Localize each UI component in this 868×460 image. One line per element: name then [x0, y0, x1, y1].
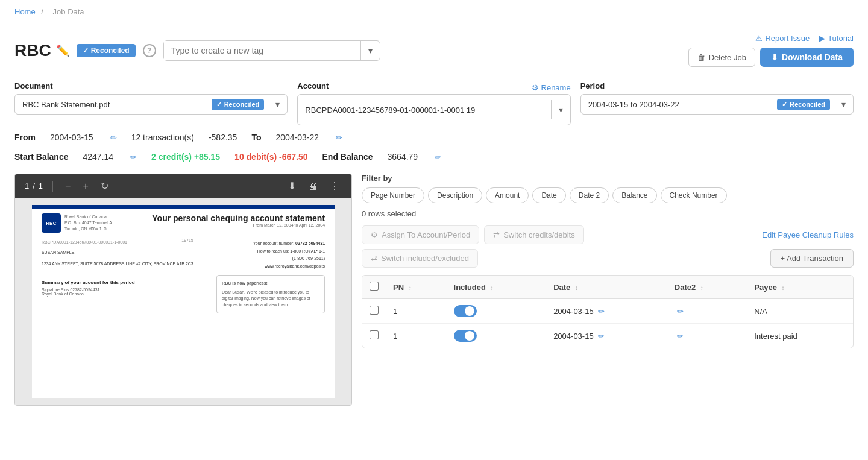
account-select: RBCPDA0001-123456789-01-000001-1-0001 19… — [297, 94, 570, 125]
to-label: To — [251, 133, 261, 142]
from-edit-icon[interactable]: ✏ — [110, 133, 117, 142]
period-label: Period — [580, 81, 854, 90]
gear-action-icon: ⚙ — [371, 230, 378, 239]
edit-payee-link[interactable]: Edit Payee Cleanup Rules — [762, 230, 854, 239]
tutorial-button[interactable]: ▶ Tutorial — [819, 34, 854, 43]
main-content: 1 / 1 − + ↻ ⬇ 🖨 ⋮ RBC Royal Bank of Cana… — [0, 174, 868, 406]
rename-button[interactable]: ⚙ Rename — [532, 83, 571, 92]
pdf-rotate-button[interactable]: ↻ — [98, 179, 111, 193]
pdf-zoom-out-button[interactable]: − — [63, 180, 73, 193]
to-value: 2004-03-22 — [275, 133, 319, 142]
pdf-account-details: Your account number: 02782-5094431 How t… — [253, 240, 325, 270]
download-data-button[interactable]: ⬇ Download Data — [760, 48, 854, 67]
pdf-paperless-box: RBC is now paperless! Dear Susan, We're … — [216, 275, 325, 313]
pdf-ref-number: 19715 — [181, 238, 193, 242]
filter-section: Filter by Page Number Description Amount… — [362, 174, 854, 218]
row1-date2-edit-icon[interactable]: ✏ — [677, 307, 684, 316]
breadcrumb: Home / Job Data — [0, 0, 868, 24]
tag-input[interactable] — [164, 41, 360, 60]
row2-date-edit-icon[interactable]: ✏ — [598, 332, 605, 341]
pdf-page-separator: / — [33, 181, 35, 191]
filter-chip-balance[interactable]: Balance — [612, 187, 656, 203]
tag-dropdown-button[interactable]: ▾ — [360, 41, 380, 60]
row2-toggle[interactable] — [454, 330, 477, 342]
checkmark-icon: ✓ — [83, 46, 89, 55]
start-balance-edit-icon[interactable]: ✏ — [130, 153, 137, 162]
pdf-zoom-in-button[interactable]: + — [80, 180, 90, 193]
pdf-customer-info: RBCPDA0001-123456789-01-000001-1-0001 19… — [42, 240, 193, 267]
end-balance-edit-icon[interactable]: ✏ — [435, 153, 441, 162]
transactions-table-wrapper: PN ↕ Included ↕ Date ↕ Date2 ↕ Payee ↕ 1 — [362, 275, 854, 348]
credits-value: 2 credit(s) +85.15 — [151, 152, 220, 162]
assign-account-button[interactable]: ⚙ Assign To Account/Period — [362, 225, 479, 244]
trash-icon: 🗑 — [697, 53, 705, 62]
switch-credits-button[interactable]: ⇄ Switch credits/debits — [484, 225, 584, 244]
row2-payee: Interest paid — [747, 324, 853, 348]
document-dropdown-button[interactable]: ▾ — [268, 95, 287, 114]
pdf-title: Your personal chequing account statement — [152, 213, 325, 223]
filter-chip-date[interactable]: Date — [532, 187, 565, 203]
account-dropdown-button[interactable]: ▾ — [551, 100, 570, 119]
pdf-more-button[interactable]: ⋮ — [327, 179, 342, 193]
row2-pn: 1 — [386, 324, 447, 348]
pdf-download-button[interactable]: ⬇ — [286, 179, 298, 193]
title-edit-icon[interactable]: ✏️ — [56, 44, 69, 57]
pdf-title-area: Your personal chequing account statement… — [152, 213, 325, 227]
gear-icon: ⚙ — [532, 83, 539, 92]
help-icon[interactable]: ? — [143, 44, 156, 57]
pdf-account-number-label: Your account number: 02782-5094431 — [253, 240, 325, 248]
row1-toggle[interactable] — [454, 305, 477, 317]
row1-date: 2004-03-15 ✏ — [546, 299, 667, 324]
filter-chip-date2[interactable]: Date 2 — [570, 187, 609, 203]
pdf-acct-ref-top: RBCPDA0001-123456789-01-000001-1-0001 — [42, 240, 193, 244]
row2-date2-edit-icon[interactable]: ✏ — [677, 332, 684, 341]
pdf-logo: RBC Royal Bank of Canada P.O. Box 4047 T… — [42, 213, 112, 233]
table-header-row: PN ↕ Included ↕ Date ↕ Date2 ↕ Payee ↕ — [362, 276, 853, 299]
document-label: Document — [14, 81, 288, 90]
account-label: Account — [297, 81, 329, 90]
row1-date-edit-icon[interactable]: ✏ — [598, 307, 605, 316]
pdf-middle: RBCPDA0001-123456789-01-000001-1-0001 19… — [42, 240, 325, 270]
add-transaction-button[interactable]: + Add Transaction — [770, 249, 854, 268]
pdf-summary-bank: Royal Bank of Canada — [42, 292, 135, 296]
account-col: Account ⚙ Rename RBCPDA0001-123456789-01… — [297, 81, 570, 125]
to-edit-icon[interactable]: ✏ — [336, 133, 342, 142]
filter-chip-check-number[interactable]: Check Number — [661, 187, 727, 203]
from-value: 2004-03-15 — [50, 133, 93, 142]
pdf-page-current: 1 — [25, 181, 29, 191]
header-right: ⚠ Report Issue ▶ Tutorial 🗑 Delete Job ⬇… — [688, 34, 854, 67]
transactions-value: 12 transaction(s) — [131, 133, 194, 142]
row2-checkbox-cell — [362, 324, 386, 348]
row2-date2: ✏ — [667, 324, 747, 348]
stats-row-1: From 2004-03-15 ✏ 12 transaction(s) -582… — [14, 130, 854, 145]
delete-job-button[interactable]: 🗑 Delete Job — [688, 48, 755, 67]
row1-included — [447, 299, 547, 324]
report-issue-button[interactable]: ⚠ Report Issue — [755, 34, 810, 43]
period-dropdown-button[interactable]: ▾ — [834, 95, 853, 114]
select-all-checkbox[interactable] — [370, 282, 379, 291]
breadcrumb-home[interactable]: Home — [14, 7, 36, 16]
table-row: 1 2004-03-15 ✏ ✏ — [362, 324, 853, 348]
start-balance-value: 4247.14 — [83, 152, 113, 162]
page-header: RBC ✏️ ✓ Reconciled ? ▾ ⚠ Report Issue ▶… — [0, 24, 868, 74]
action-row-2: ⇄ Switch included/excluded + Add Transac… — [362, 249, 854, 268]
filter-chips: Page Number Description Amount Date Date… — [362, 187, 854, 203]
row1-date2: ✏ — [667, 299, 747, 324]
document-select: RBC Bank Statement.pdf ✓ Reconciled ▾ — [14, 94, 288, 115]
pdf-customer-address: 1234 ANY STREET, SUITE 5678 ADDRESS LINE… — [42, 260, 193, 267]
row2-date: 2004-03-15 ✏ — [546, 324, 667, 348]
th-checkbox — [362, 276, 386, 299]
row2-included — [447, 324, 547, 348]
action-row-left: ⚙ Assign To Account/Period ⇄ Switch cred… — [362, 225, 584, 244]
pdf-subtitle: From March 12, 2004 to April 12, 2004 — [152, 223, 325, 227]
filter-chip-description[interactable]: Description — [428, 187, 482, 203]
end-balance-label: End Balance — [322, 152, 373, 162]
pdf-bank-address: P.O. Box 4047 Terminal A Toronto, ON M5W… — [64, 220, 112, 232]
filter-chip-page-number[interactable]: Page Number — [362, 187, 424, 203]
warning-icon: ⚠ — [755, 34, 763, 43]
row2-checkbox[interactable] — [370, 330, 379, 339]
switch-included-button[interactable]: ⇄ Switch included/excluded — [362, 249, 478, 268]
row1-checkbox[interactable] — [370, 306, 379, 315]
filter-chip-amount[interactable]: Amount — [486, 187, 529, 203]
pdf-print-button[interactable]: 🖨 — [306, 180, 320, 193]
